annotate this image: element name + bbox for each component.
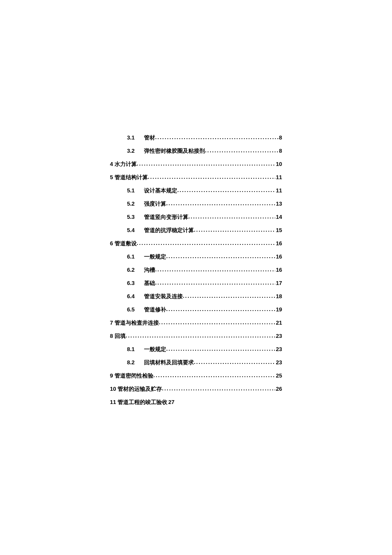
- toc-leader-dots: [194, 359, 275, 364]
- toc-leader-dots: [155, 279, 275, 285]
- toc-entry-title: 管道竖向变形计算: [144, 213, 188, 221]
- toc-entry-number: 5.4: [127, 227, 136, 233]
- toc-entry-page: 17: [276, 280, 282, 286]
- toc-entry-page: 16: [276, 267, 282, 273]
- toc-entry-page: 16: [276, 240, 282, 247]
- toc-leader-dots: [162, 385, 275, 391]
- toc-leader-dots: [177, 187, 275, 192]
- toc-entry: 8.2回填材料及回填要求23: [127, 359, 282, 366]
- toc-leader-dots: [166, 200, 275, 206]
- toc-entry-label: 4 水力计算: [110, 160, 137, 168]
- toc-entry: 8 回填23: [110, 332, 282, 340]
- toc-entry-label: 10 管材的运输及贮存: [110, 385, 162, 393]
- toc-entry: 6.5管道修补19: [127, 306, 282, 314]
- toc-entry-page: 23: [276, 346, 282, 352]
- toc-entry-number: 5.3: [127, 214, 136, 220]
- toc-leader-dots: [205, 147, 278, 153]
- toc-entry-page: 16: [276, 253, 282, 260]
- toc-entry-page: 10: [276, 161, 282, 167]
- toc-entry-page: 25: [276, 372, 282, 379]
- toc-entry-title: 沟槽: [144, 266, 155, 274]
- toc-entry-number: 6.5: [127, 306, 136, 313]
- toc-entry: 5.2强度计算13: [127, 200, 282, 208]
- toc-entry: 7 管道与检查井连接21: [110, 319, 282, 327]
- toc-entry-page: 26: [276, 386, 282, 392]
- toc-entry-number: 6.2: [127, 267, 136, 273]
- toc-entry-number: 3.2: [127, 148, 136, 154]
- toc-leader-dots: [148, 174, 275, 179]
- toc-entry-title: 管道修补: [144, 306, 166, 314]
- toc-leader-dots: [159, 319, 275, 325]
- toc-entry-number: 8.1: [127, 346, 136, 352]
- toc-leader-dots: [166, 306, 275, 311]
- toc-entry-title: 管道的抗浮稳定计算: [144, 227, 194, 234]
- toc-entry: 6.3基础17: [127, 279, 282, 287]
- toc-entry: 8.1一般规定23: [127, 346, 282, 353]
- toc-entry-label: 8 回填: [110, 332, 126, 340]
- toc-leader-dots: [126, 332, 275, 338]
- toc-entry-number: 8.2: [127, 359, 136, 366]
- toc-entry-title: 设计基本规定: [144, 187, 177, 195]
- toc-entry: 6 管道敷设16: [110, 240, 282, 247]
- toc-entry-page: 8: [279, 134, 282, 141]
- toc-entry: 11 管道工程的竣工验收27: [110, 398, 282, 406]
- toc-entry-number: 5.2: [127, 200, 136, 207]
- toc-entry-title: 弹性密封橡胶圈及粘接剂: [144, 147, 205, 155]
- toc-entry-label: 6 管道敷设: [110, 240, 137, 247]
- toc-entry-label: 9 管道密闭性检验: [110, 372, 153, 380]
- toc-entry: 5.1设计基本规定11: [127, 187, 282, 195]
- toc-leader-dots: [155, 134, 278, 139]
- toc-entry: 6.1一般规定16: [127, 253, 282, 261]
- toc-leader-dots: [166, 346, 275, 351]
- toc-entry: 4 水力计算10: [110, 160, 282, 168]
- toc-entry-number: 6.1: [127, 253, 136, 260]
- toc-entry: 6.4管道安装及连接18: [127, 293, 282, 300]
- toc-leader-dots: [155, 266, 275, 272]
- toc-entry-number: 6.4: [127, 293, 136, 299]
- toc-entry: 5 管道结构计算11: [110, 174, 282, 181]
- toc-entry-page: 23: [276, 333, 282, 339]
- toc-entry-title: 回填材料及回填要求: [144, 359, 194, 366]
- toc-leader-dots: [183, 293, 275, 298]
- toc-entry: 10 管材的运输及贮存26: [110, 385, 282, 393]
- toc-entry-page: 11: [276, 187, 282, 194]
- toc-entry: 9 管道密闭性检验25: [110, 372, 282, 380]
- toc-entry-title: 强度计算: [144, 200, 166, 208]
- toc-entry-page: 11: [276, 174, 282, 180]
- toc-entry: 5.4管道的抗浮稳定计算15: [127, 227, 282, 234]
- toc-entry-title: 管道安装及连接: [144, 293, 183, 300]
- toc-entry-label: 11 管道工程的竣工验收: [110, 398, 167, 406]
- toc-entry-page: 18: [276, 293, 282, 299]
- toc-leader-dots: [137, 240, 275, 245]
- toc-entry-page: 13: [276, 200, 282, 207]
- toc-container: 3.1管材83.2弹性密封橡胶圈及粘接剂84 水力计算105 管道结构计算115…: [110, 134, 282, 412]
- toc-entry: 3.2弹性密封橡胶圈及粘接剂8: [127, 147, 282, 155]
- toc-leader-dots: [153, 372, 275, 378]
- toc-entry-number: 5.1: [127, 187, 136, 194]
- toc-entry-page: 27: [168, 399, 174, 405]
- toc-entry-page: 19: [276, 306, 282, 313]
- toc-entry-page: 23: [276, 359, 282, 366]
- toc-entry-page: 15: [276, 227, 282, 233]
- toc-entry-title: 管材: [144, 134, 155, 142]
- toc-leader-dots: [188, 213, 275, 219]
- toc-leader-dots: [137, 160, 275, 166]
- toc-entry-page: 14: [276, 214, 282, 220]
- toc-entry-title: 一般规定: [144, 253, 166, 261]
- toc-entry-page: 21: [276, 320, 282, 326]
- toc-entry: 3.1管材8: [127, 134, 282, 142]
- toc-entry-number: 3.1: [127, 134, 136, 141]
- toc-entry: 6.2沟槽16: [127, 266, 282, 274]
- toc-leader-dots: [166, 253, 275, 259]
- toc-entry-title: 一般规定: [144, 346, 166, 353]
- toc-entry-label: 7 管道与检查井连接: [110, 319, 159, 327]
- toc-leader-dots: [194, 227, 275, 232]
- toc-entry-title: 基础: [144, 279, 155, 287]
- toc-entry-number: 6.3: [127, 280, 136, 286]
- toc-entry-label: 5 管道结构计算: [110, 174, 148, 181]
- toc-entry-page: 8: [279, 148, 282, 154]
- toc-entry: 5.3管道竖向变形计算14: [127, 213, 282, 221]
